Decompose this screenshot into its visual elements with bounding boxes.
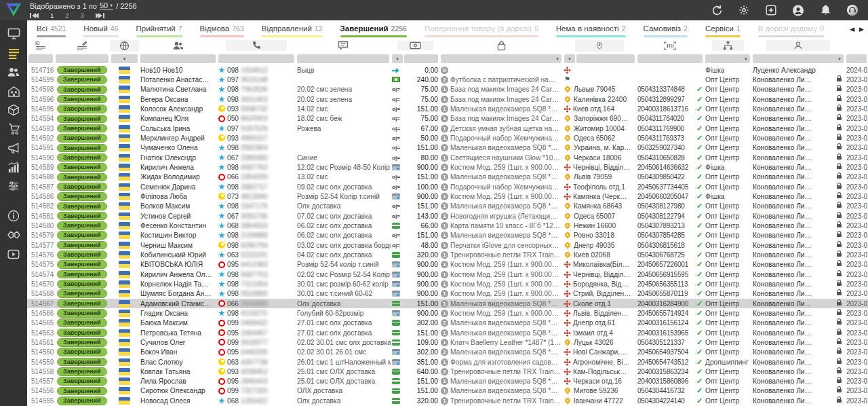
table-row[interactable]: 514595ЗавершенийКолосок Александр0935598… (27, 104, 868, 113)
filter-country[interactable]: ▼ (110, 52, 139, 65)
last-page-button[interactable] (96, 13, 104, 18)
tab-10[interactable]: Сервіси1 (705, 20, 741, 39)
column-header-date[interactable] (845, 39, 868, 52)
page-number-3[interactable]: 3 (81, 12, 84, 19)
table-row[interactable]: 514557ЗавершенийЛила Ярослав095284543325… (27, 377, 868, 386)
column-header-status[interactable] (54, 39, 110, 52)
table-row[interactable]: 514561ЗавершенийСучилов Олег099363307702… (27, 337, 868, 347)
tabs-scroll-right-icon[interactable]: ▶ (859, 26, 864, 33)
tab-7[interactable]: Повернення товару (в дорозі)0 (425, 20, 538, 39)
page-number-2[interactable]: 2 (65, 12, 68, 19)
sidebar-item-statistics[interactable] (0, 158, 27, 177)
profile-button[interactable] (792, 4, 804, 16)
column-header-comment[interactable] (296, 39, 391, 52)
tab-6[interactable]: Завершений2256 (340, 20, 407, 39)
tab-1[interactable]: Всі4521 (37, 20, 66, 39)
support-button[interactable] (846, 4, 859, 16)
page-number-1[interactable]: 1 (50, 12, 54, 19)
column-header-phone[interactable] (217, 39, 296, 52)
filter-tracking[interactable] (636, 52, 704, 65)
table-row[interactable]: 514582ЗавершенийВолков Максим0981547176О… (27, 202, 868, 211)
sidebar-item-video-tutorials[interactable] (0, 244, 27, 263)
filter-comment[interactable] (296, 52, 391, 65)
table-row[interactable]: 514586ЗавершенийФіліпова Люба0734813940Р… (27, 191, 868, 201)
column-header-tracking[interactable] (636, 39, 704, 52)
column-header-delivery[interactable] (563, 39, 636, 52)
table-row[interactable]: 514587ЗавершенийСеменюк Дарина0983982717… (27, 182, 868, 191)
notifications-button[interactable] (819, 4, 831, 16)
tab-5[interactable]: Відправлений12 (262, 20, 323, 39)
filter-payment[interactable]: ▼ (391, 52, 439, 65)
settings-button[interactable] (738, 4, 750, 16)
sidebar-item-partners[interactable] (0, 225, 27, 244)
column-header-id[interactable]: ID (27, 39, 54, 52)
column-header-funnel[interactable] (704, 39, 751, 52)
table-row[interactable]: 514563ЗавершенийПетровська Тетяна0951664… (27, 328, 868, 337)
table-row[interactable]: 514599ЗавершенийПотапенко Анастас…097361… (27, 75, 868, 84)
column-header-products[interactable] (439, 39, 563, 52)
filter-status[interactable] (54, 52, 110, 65)
table-row[interactable]: 514581ЗавершенийУстинов Сергей0673055736… (27, 211, 868, 221)
filter-date[interactable] (845, 52, 868, 65)
table-row[interactable]: 514579ЗавершенийКостишин Виктор098219988… (27, 231, 868, 240)
table-row[interactable]: 514591ЗавершенийЧумаченко Олена098058296… (27, 143, 868, 153)
column-header-manager[interactable] (751, 39, 845, 52)
table-row[interactable]: 514596ЗавершенийВегера Оксана09836314032… (27, 94, 868, 104)
table-row[interactable]: 514588ЗавершенийЖидак Володимир066195420… (27, 172, 868, 182)
add-order-button[interactable] (765, 4, 777, 16)
sidebar-item-settings[interactable] (0, 177, 27, 196)
filter-delivery[interactable]: ▼ (563, 52, 636, 65)
sidebar-item-dashboard[interactable] (0, 24, 27, 43)
app-logo[interactable] (0, 0, 27, 20)
sidebar-item-info[interactable] (0, 206, 27, 225)
tab-11[interactable]: В дорозі додому0 (758, 20, 824, 39)
table-row[interactable]: 514592ЗавершенийМерклингер Андрей0934900… (27, 133, 868, 143)
table-row[interactable]: 514567ЗавершенийАдамовский Станис…066890… (27, 299, 868, 308)
table-row[interactable]: 514580ЗавершенийФесенко Константин068386… (27, 221, 868, 230)
sidebar-item-clients[interactable] (0, 62, 27, 81)
tabs-scroll-left-icon[interactable]: ◀ (850, 26, 854, 33)
table-row[interactable]: 514568ЗавершенийШумляс Богдана Ан…098053… (27, 289, 868, 299)
sidebar-item-orders-active[interactable] (0, 43, 27, 62)
filter-phone[interactable] (217, 52, 296, 65)
table-row[interactable]: 514576ЗавершенийКобилинський Юрий0635233… (27, 250, 868, 259)
page-size-dropdown[interactable]: 50 ▼ (100, 1, 113, 10)
table-row[interactable]: 514598ЗавершенийМалютина Светлана0987963… (27, 85, 868, 94)
table-row[interactable]: 514560ЗавершенийБокоч Иван095644020502.0… (27, 348, 868, 357)
refresh-button[interactable] (711, 4, 723, 16)
table-row[interactable]: 514565ЗавершенийБаюка Максим099046843227… (27, 318, 868, 328)
lock-icon (837, 321, 842, 325)
sidebar-item-products[interactable] (0, 100, 27, 119)
table-row[interactable]: 514566ЗавершенийГладик Оксана0984116070Г… (27, 308, 868, 318)
filter-id[interactable] (27, 52, 54, 65)
table-row[interactable]: 514716ЗавершенийНов10 Нов100981934612Выц… (27, 65, 868, 75)
table-row[interactable]: 514590ЗавершенийГнатюк Олексндр067298506… (27, 153, 868, 162)
sidebar-item-company[interactable] (0, 81, 27, 100)
table-row[interactable]: 514593ЗавершенийСольська Ірина0979187529… (27, 124, 868, 133)
table-row[interactable]: 514556ЗавершенийСиротюк Олександр0997327… (27, 386, 868, 396)
table-row[interactable]: 514558ЗавершенийКовпак Татьяна0934298452… (27, 367, 868, 376)
table-row[interactable]: 514577ЗавершенийЧерниш Максим09860967940… (27, 240, 868, 250)
table-row[interactable]: 514594ЗавершенийКомпанец Юля050862000318… (27, 114, 868, 124)
tab-4[interactable]: Відмова763 (200, 20, 244, 39)
tab-2[interactable]: Новый46 (83, 20, 118, 39)
tab-9[interactable]: Самовивіз2 (644, 20, 688, 39)
column-header-country[interactable] (110, 39, 139, 52)
table-row[interactable]: 514559ЗавершенийВлас Слотюу063435773826.… (27, 357, 868, 367)
filter-products[interactable]: ▼ (439, 52, 563, 65)
first-page-button[interactable] (30, 13, 39, 18)
filter-funnel[interactable]: ▼ (704, 52, 751, 65)
column-header-payment[interactable] (391, 39, 439, 52)
table-row[interactable]: 514575ЗавершенийКВІТОВСЬКА ЮЛІЯ095641238… (27, 260, 868, 270)
filter-manager[interactable]: ▼ (751, 52, 845, 65)
table-row[interactable]: 514589ЗавершенийКирилич Анжела0986687763… (27, 162, 868, 172)
table-row[interactable]: 514555ЗавершенийНовосад Олеся0681255422О… (27, 396, 868, 405)
table-row[interactable]: 514574ЗавершенийКирилич Анжела Ол…098668… (27, 270, 868, 279)
sidebar-item-marketing[interactable] (0, 139, 27, 158)
tab-3[interactable]: Прийнятий7 (136, 20, 182, 39)
filter-client[interactable] (139, 52, 217, 65)
sidebar-item-purchases[interactable] (0, 119, 27, 139)
tab-8[interactable]: Нема в наявності2 (556, 20, 626, 39)
table-row[interactable]: 514570ЗавершенийКорнелюк Надія Та…098731… (27, 279, 868, 289)
column-header-client[interactable] (139, 39, 217, 52)
